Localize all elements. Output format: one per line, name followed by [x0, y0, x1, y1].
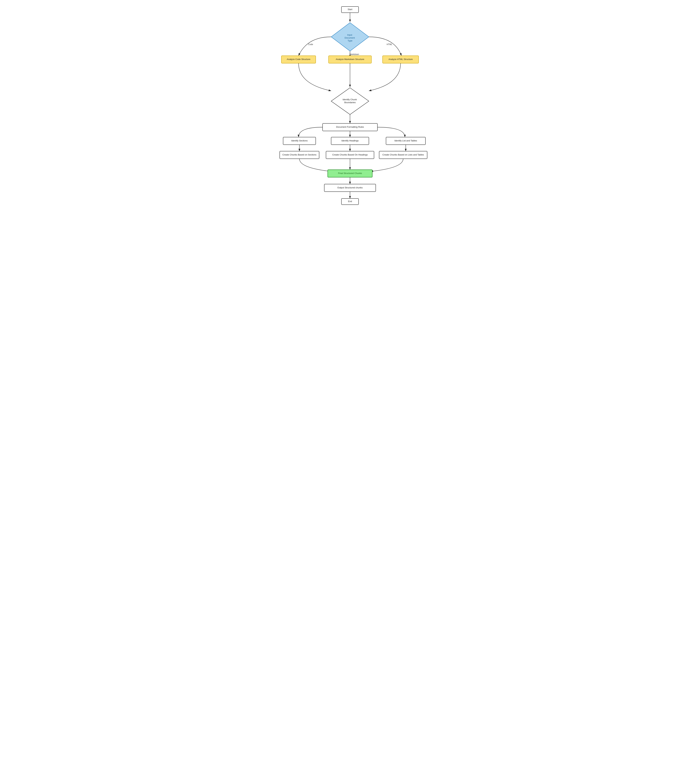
edge-code-chunks	[299, 63, 331, 91]
edge-html-chunks	[369, 63, 400, 91]
chunks-lists-tables-label: Create Chunks Based on Lists and Tables	[383, 153, 424, 156]
chunks-headings-label: Create Chunks Based On Headings	[332, 153, 368, 156]
edge-diamond-html	[369, 37, 401, 56]
start-label: Start	[348, 8, 352, 11]
edge-diamond-code	[299, 37, 331, 56]
analyze-code-label: Analyze Code Structure	[287, 58, 310, 60]
identify-headings-label: Identify Headings	[342, 139, 359, 142]
diagram-container: Start Input Document Type Code Markdown …	[273, 3, 427, 196]
identify-list-tables-label: Identify List and Tables	[394, 139, 417, 142]
analyze-markdown-label: Analyze Markdown Structure	[336, 58, 364, 60]
chunks-sections-label: Create Chunks Based on Sections	[282, 153, 317, 156]
label-markdown: Markdown	[350, 53, 359, 55]
analyze-html-label: Analyze HTML Structure	[388, 58, 413, 60]
label-code: Code	[308, 43, 313, 46]
output-structured-chunks-label: Output Structured chunks	[337, 186, 363, 189]
label-html: HTML	[387, 43, 392, 46]
document-formatting-rules-label: Document Formatting Rules	[336, 126, 364, 128]
edge-lists-final	[371, 159, 403, 171]
edge-sections-final	[300, 159, 331, 171]
identify-sections-label: Identify Sections	[291, 139, 308, 142]
end-label: End	[348, 200, 352, 203]
final-structured-chunks-label: Final Structured Chunks	[338, 172, 362, 174]
edge-formatting-sections	[299, 127, 322, 137]
edge-formatting-lists	[378, 127, 405, 137]
